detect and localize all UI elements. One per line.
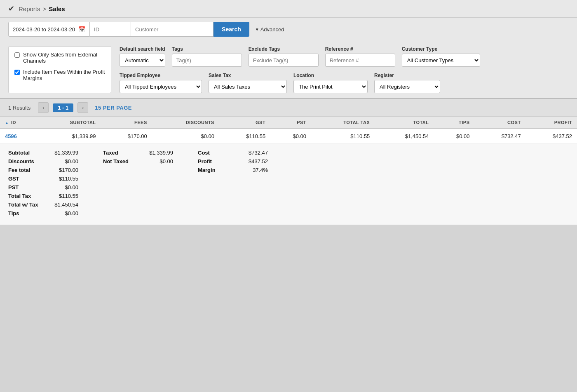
detail-row-total-tax: Total Tax $110.55 <box>8 193 78 199</box>
col-header-subtotal[interactable]: SUBTOTAL <box>38 117 101 129</box>
filter-row-1: Default search field Automatic Tags Excl… <box>120 46 569 67</box>
date-range-display[interactable]: 2024-03-20 to 2024-03-20 📅 <box>8 22 90 37</box>
customer-input[interactable] <box>131 22 213 37</box>
location-select[interactable]: The Print Pilot <box>293 80 368 93</box>
default-search-field-select[interactable]: Automatic <box>120 54 165 67</box>
detail-row-profit: Profit $437.52 <box>198 158 268 164</box>
col-header-pst[interactable]: PST <box>270 117 311 129</box>
filter-group-register: Register All Registers <box>374 73 440 93</box>
filter-group-location: Location The Print Pilot <box>293 73 368 93</box>
table-row[interactable]: 4596 $1,339.99 $170.00 $0.00 $110.55 $0.… <box>0 129 577 144</box>
cell-profit: $437.52 <box>526 129 577 144</box>
detail-row-not-taxed: Not Taxed $0.00 <box>103 158 173 164</box>
detail-section: Subtotal $1,339.99 Discounts $0.00 Fee t… <box>0 144 577 225</box>
include-item-fees-label[interactable]: Include Item Fees Within the Profit Marg… <box>23 69 105 81</box>
filter-group-sales-tax: Sales Tax All Sales Taxes <box>209 73 287 93</box>
sales-tax-label: Sales Tax <box>209 73 287 78</box>
tipped-employee-label: Tipped Employee <box>120 73 202 78</box>
col-header-total-tax[interactable]: TOTAL TAX <box>311 117 375 129</box>
cell-total-tax: $110.55 <box>311 129 375 144</box>
logo-icon: ✔ <box>8 4 14 13</box>
detail-tips-label: Tips <box>8 210 45 216</box>
calendar-icon: 📅 <box>78 26 85 33</box>
results-count: 1 Results <box>8 105 30 111</box>
cell-discounts: $0.00 <box>152 129 219 144</box>
default-search-field-label: Default search field <box>120 46 165 52</box>
detail-col-mid: Taxed $1,339.99 Not Taxed $0.00 <box>103 150 173 216</box>
detail-taxed-label: Taxed <box>103 150 140 156</box>
customer-type-label: Customer Type <box>402 46 480 52</box>
detail-row-total-w-tax: Total w/ Tax $1,450.54 <box>8 202 78 208</box>
exclude-tags-label: Exclude Tags <box>249 46 319 52</box>
detail-not-taxed-label: Not Taxed <box>103 158 140 164</box>
col-header-id[interactable]: ▲ ID <box>0 117 38 129</box>
col-header-cost[interactable]: COST <box>474 117 525 129</box>
col-header-gst[interactable]: GST <box>219 117 270 129</box>
detail-not-taxed-value: $0.00 <box>144 158 173 164</box>
date-range-text: 2024-03-20 to 2024-03-20 <box>13 26 75 33</box>
tags-label: Tags <box>172 46 242 52</box>
table-header-row: ▲ ID SUBTOTAL FEES DISCOUNTS GST PST TOT… <box>0 117 577 129</box>
breadcrumb-parent[interactable]: Reports <box>19 5 40 12</box>
filter-group-reference: Reference # <box>325 46 395 67</box>
chevron-down-icon: ▼ <box>255 27 259 32</box>
cell-id[interactable]: 4596 <box>0 129 38 144</box>
filter-group-exclude-tags: Exclude Tags <box>249 46 319 67</box>
advanced-button[interactable]: ▼ Advanced <box>255 26 284 33</box>
search-button[interactable]: Search <box>213 22 249 37</box>
detail-row-margin: Margin 37.4% <box>198 167 268 173</box>
detail-profit-label: Profit <box>198 158 235 164</box>
col-header-tips[interactable]: TIPS <box>434 117 475 129</box>
tags-input[interactable] <box>172 54 242 67</box>
col-header-total[interactable]: TOTAL <box>375 117 434 129</box>
detail-tips-value: $0.00 <box>49 210 78 216</box>
col-header-profit[interactable]: PROFIT <box>526 117 577 129</box>
per-page-button[interactable]: 15 PER PAGE <box>95 105 132 111</box>
sales-table: ▲ ID SUBTOTAL FEES DISCOUNTS GST PST TOT… <box>0 117 577 144</box>
detail-gst-value: $110.55 <box>49 176 78 182</box>
filter-group-tipped-employee: Tipped Employee All Tipped Employees <box>120 73 202 93</box>
detail-row-taxed: Taxed $1,339.99 <box>103 150 173 156</box>
detail-profit-value: $437.52 <box>239 158 268 164</box>
detail-grid: Subtotal $1,339.99 Discounts $0.00 Fee t… <box>8 150 569 216</box>
checkbox-row-external: Show Only Sales from External Channels <box>14 52 105 64</box>
filter-row-2: Tipped Employee All Tipped Employees Sal… <box>120 73 569 93</box>
cell-cost: $732.47 <box>474 129 525 144</box>
filter-group-customer-type: Customer Type All Customer Types <box>402 46 480 67</box>
cell-tips: $0.00 <box>434 129 475 144</box>
detail-row-cost: Cost $732.47 <box>198 150 268 156</box>
detail-row-subtotal: Subtotal $1,339.99 <box>8 150 78 156</box>
detail-pst-value: $0.00 <box>49 184 78 190</box>
show-external-sales-label[interactable]: Show Only Sales from External Channels <box>23 52 105 64</box>
reference-label: Reference # <box>325 46 395 52</box>
detail-subtotal-label: Subtotal <box>8 150 45 156</box>
filter-fields: Default search field Automatic Tags Excl… <box>120 46 569 93</box>
col-header-discounts[interactable]: DISCOUNTS <box>152 117 219 129</box>
location-label: Location <box>293 73 368 78</box>
detail-cost-value: $732.47 <box>239 150 268 156</box>
filter-group-tags: Tags <box>172 46 242 67</box>
customer-type-select[interactable]: All Customer Types <box>402 54 480 67</box>
register-select[interactable]: All Registers <box>374 80 440 93</box>
include-item-fees-checkbox[interactable] <box>14 70 20 75</box>
exclude-tags-input[interactable] <box>249 54 319 67</box>
reference-input[interactable] <box>325 54 395 67</box>
tipped-employee-select[interactable]: All Tipped Employees <box>120 80 202 93</box>
pagination-bar: 1 Results ‹ 1 - 1 › 15 PER PAGE <box>0 99 577 117</box>
register-label: Register <box>374 73 440 78</box>
detail-total-w-tax-value: $1,450.54 <box>49 202 78 208</box>
detail-cost-label: Cost <box>198 150 235 156</box>
show-external-sales-checkbox[interactable] <box>14 52 20 58</box>
breadcrumb-current: Sales <box>49 5 65 12</box>
next-page-button[interactable]: › <box>77 102 88 113</box>
sales-tax-select[interactable]: All Sales Taxes <box>209 80 287 93</box>
col-header-fees[interactable]: FEES <box>101 117 152 129</box>
prev-page-button[interactable]: ‹ <box>38 102 49 113</box>
detail-col-right: Cost $732.47 Profit $437.52 Margin 37.4% <box>198 150 268 216</box>
cell-gst: $110.55 <box>219 129 270 144</box>
id-input[interactable] <box>90 22 131 37</box>
cell-total: $1,450.54 <box>375 129 434 144</box>
detail-fee-total-label: Fee total <box>8 167 45 173</box>
breadcrumb: Reports > Sales <box>19 5 65 12</box>
detail-total-tax-label: Total Tax <box>8 193 45 199</box>
